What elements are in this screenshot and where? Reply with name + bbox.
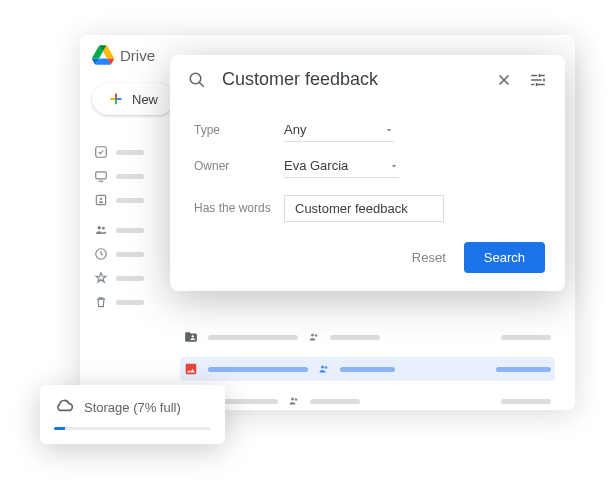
svg-point-8 bbox=[315, 334, 318, 337]
people-icon bbox=[288, 395, 300, 407]
sidebar-placeholder bbox=[116, 198, 144, 203]
filter-words-row: Has the words bbox=[194, 190, 541, 226]
file-meta-placeholder bbox=[496, 367, 551, 372]
sidebar-placeholder bbox=[116, 174, 144, 179]
svg-point-7 bbox=[311, 334, 314, 337]
file-row[interactable] bbox=[180, 389, 555, 413]
app-name: Drive bbox=[120, 47, 155, 64]
file-name-placeholder bbox=[208, 335, 298, 340]
chevron-down-icon bbox=[384, 125, 394, 135]
file-meta-placeholder bbox=[310, 399, 360, 404]
storage-header: Storage (7% full) bbox=[54, 397, 211, 417]
search-button[interactable]: Search bbox=[464, 242, 545, 273]
clock-icon bbox=[94, 247, 108, 261]
sidebar bbox=[94, 145, 144, 309]
shared-icon bbox=[94, 193, 108, 207]
trash-icon bbox=[94, 295, 108, 309]
filter-owner-select[interactable]: Eva Garcia bbox=[284, 154, 399, 178]
svg-point-4 bbox=[98, 226, 102, 230]
image-icon bbox=[184, 362, 198, 376]
checkbox-icon bbox=[94, 145, 108, 159]
sidebar-placeholder bbox=[116, 300, 144, 305]
search-icon[interactable] bbox=[188, 71, 206, 89]
svg-point-10 bbox=[325, 366, 328, 369]
clear-icon[interactable] bbox=[495, 71, 513, 89]
new-button-label: New bbox=[132, 92, 158, 107]
tune-icon[interactable] bbox=[529, 71, 547, 89]
svg-point-11 bbox=[291, 398, 294, 401]
sidebar-placeholder bbox=[116, 252, 144, 257]
new-button[interactable]: New bbox=[92, 83, 174, 115]
star-icon bbox=[94, 271, 108, 285]
filter-type-select[interactable]: Any bbox=[284, 118, 394, 142]
storage-fill bbox=[54, 427, 65, 430]
reset-button[interactable]: Reset bbox=[412, 250, 446, 265]
drive-logo-icon bbox=[92, 45, 114, 65]
sidebar-item-trash[interactable] bbox=[94, 295, 144, 309]
filter-type-value: Any bbox=[284, 122, 306, 137]
filter-owner-label: Owner bbox=[194, 159, 284, 173]
sidebar-item-starred[interactable] bbox=[94, 271, 144, 285]
file-meta-placeholder bbox=[340, 367, 395, 372]
file-meta-placeholder bbox=[501, 335, 551, 340]
sidebar-placeholder bbox=[116, 276, 144, 281]
storage-bar bbox=[54, 427, 211, 430]
search-actions: Reset Search bbox=[170, 226, 565, 291]
cloud-icon bbox=[54, 397, 74, 417]
devices-icon bbox=[94, 169, 108, 183]
file-meta-placeholder bbox=[501, 399, 551, 404]
svg-point-12 bbox=[295, 398, 298, 401]
search-filters: Type Any Owner Eva Garcia Has the words bbox=[170, 104, 565, 226]
folder-shared-icon bbox=[184, 330, 198, 344]
plus-icon bbox=[108, 91, 124, 107]
people-icon bbox=[318, 363, 330, 375]
file-row-selected[interactable] bbox=[180, 357, 555, 381]
filter-owner-row: Owner Eva Garcia bbox=[194, 148, 541, 184]
sidebar-item-people[interactable] bbox=[94, 223, 144, 237]
file-meta-placeholder bbox=[330, 335, 380, 340]
people-icon bbox=[94, 223, 108, 237]
sidebar-item-shared[interactable] bbox=[94, 193, 144, 207]
filter-words-label: Has the words bbox=[194, 201, 284, 215]
svg-point-13 bbox=[190, 73, 201, 84]
filter-words-input[interactable] bbox=[284, 195, 444, 222]
search-bar bbox=[170, 55, 565, 104]
sidebar-item-recent[interactable] bbox=[94, 247, 144, 261]
filter-owner-value: Eva Garcia bbox=[284, 158, 348, 173]
file-row[interactable] bbox=[180, 325, 555, 349]
file-name-placeholder bbox=[208, 367, 308, 372]
sidebar-placeholder bbox=[116, 228, 144, 233]
svg-rect-0 bbox=[96, 147, 107, 158]
chevron-down-icon bbox=[389, 161, 399, 171]
filter-type-label: Type bbox=[194, 123, 284, 137]
svg-point-5 bbox=[102, 227, 105, 230]
search-panel: Type Any Owner Eva Garcia Has the words … bbox=[170, 55, 565, 291]
filter-type-row: Type Any bbox=[194, 112, 541, 148]
svg-rect-1 bbox=[96, 172, 107, 179]
storage-label: Storage (7% full) bbox=[84, 400, 181, 415]
sidebar-placeholder bbox=[116, 150, 144, 155]
svg-point-9 bbox=[321, 366, 324, 369]
sidebar-item-computers[interactable] bbox=[94, 169, 144, 183]
svg-point-3 bbox=[100, 198, 102, 200]
storage-card[interactable]: Storage (7% full) bbox=[40, 385, 225, 444]
search-input[interactable] bbox=[222, 69, 479, 90]
logo-area[interactable]: Drive bbox=[92, 45, 155, 65]
sidebar-item-mydrive[interactable] bbox=[94, 145, 144, 159]
file-list bbox=[180, 325, 555, 413]
people-icon bbox=[308, 331, 320, 343]
